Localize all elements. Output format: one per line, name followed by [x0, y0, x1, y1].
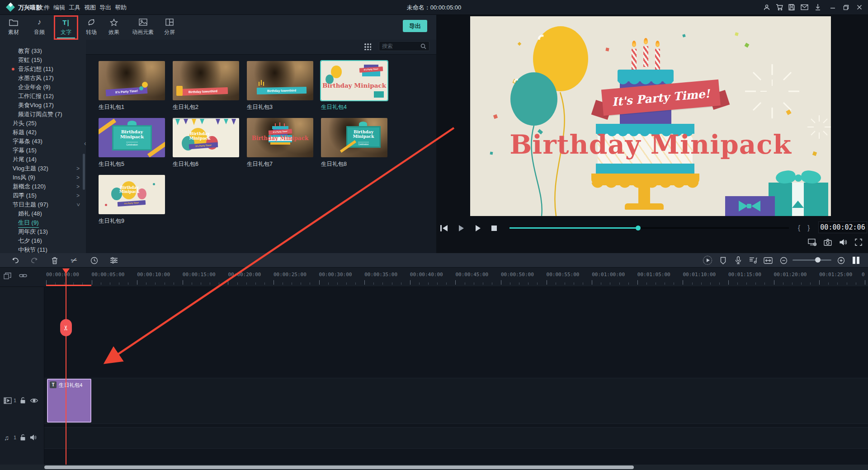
sidebar-item-21[interactable]: 周年庆 (13): [0, 227, 86, 236]
sidebar-item-1[interactable]: 教育 (33): [0, 47, 86, 56]
seek-bar[interactable]: [509, 227, 789, 229]
timeline-ruler[interactable]: 00:00:00:0000:00:05:0000:00:10:0000:00:1…: [0, 268, 868, 287]
tab-elements-image[interactable]: 动画元素: [126, 17, 160, 36]
audio-track-lane[interactable]: [0, 427, 868, 449]
manage-tracks-icon[interactable]: [4, 273, 11, 279]
seek-bar-handle[interactable]: [636, 226, 641, 230]
menu-5[interactable]: 导出: [99, 4, 111, 12]
search-box[interactable]: [379, 41, 429, 51]
sidebar-item-4[interactable]: 水墨古风 (17): [0, 74, 86, 83]
video-track-lock-icon[interactable]: [20, 397, 26, 404]
marker-icon[interactable]: [717, 255, 729, 266]
timeline-zoom-handle[interactable]: [815, 257, 821, 263]
fit-timeline-icon[interactable]: [762, 255, 774, 266]
sidebar-item-2[interactable]: 霓虹 (15): [0, 56, 86, 65]
save-icon[interactable]: [787, 3, 796, 11]
menu-2[interactable]: 编辑: [53, 4, 65, 12]
template-thumb-8[interactable]: BirthdayMinipackCelebration: [321, 118, 387, 157]
display-settings-icon[interactable]: [807, 237, 818, 247]
sidebar-item-8[interactable]: 频道订阅点赞 (7): [0, 110, 86, 119]
adjust-sliders-icon[interactable]: [108, 255, 120, 266]
menu-3[interactable]: 工具: [69, 4, 80, 12]
template-thumb-9[interactable]: BirthdayMinipackIt's Party Time!: [99, 175, 165, 214]
download-icon[interactable]: [813, 3, 822, 11]
sidebar-item-6[interactable]: 工作汇报 (12): [0, 92, 86, 101]
split-scissors-icon[interactable]: ✂: [68, 255, 80, 266]
audio-track-lock-icon[interactable]: [20, 434, 26, 441]
sidebar-item-17[interactable]: 四季 (15)>: [0, 191, 86, 200]
fullscreen-icon[interactable]: [853, 237, 864, 247]
template-thumb-5[interactable]: BirthdayMinipackCelebration: [99, 118, 165, 157]
template-thumb-7[interactable]: It's Party Time!Birthday Minipack: [247, 118, 313, 157]
template-thumb-2[interactable]: Birthday lowerthird: [173, 61, 239, 100]
sidebar-item-7[interactable]: 美食Vlog (17): [0, 101, 86, 110]
export-button[interactable]: 导出: [403, 20, 427, 32]
tab-splitscreen[interactable]: 分屏: [156, 17, 183, 36]
sidebar-item-5[interactable]: 企业年会 (9): [0, 83, 86, 92]
tab-audio-note[interactable]: ♪音频: [26, 17, 53, 36]
mark-in-out-buttons[interactable]: { }: [798, 224, 812, 231]
audio-mixer-icon[interactable]: [747, 255, 759, 266]
previous-frame-button[interactable]: [439, 224, 449, 232]
sidebar-item-22[interactable]: 七夕 (16): [0, 236, 86, 245]
sidebar-item-13[interactable]: 片尾 (14): [0, 155, 86, 164]
chevron-right-icon[interactable]: >: [76, 191, 80, 200]
template-thumb-3[interactable]: Birthday lowerthird: [247, 61, 313, 100]
sidebar-item-16[interactable]: 新概念 (120)>: [0, 182, 86, 191]
play-button[interactable]: [456, 224, 466, 232]
sidebar-item-18[interactable]: 节日主题 (97)>: [0, 200, 86, 209]
search-input[interactable]: [382, 43, 420, 49]
grid-view-icon[interactable]: [364, 43, 371, 50]
video-track-visibility-icon[interactable]: [30, 398, 38, 404]
template-thumb-6[interactable]: BirthdayMinipackIt's Party Time!: [173, 118, 239, 157]
video-track-lane[interactable]: [0, 378, 868, 424]
undo-icon[interactable]: [9, 255, 21, 266]
chevron-right-icon[interactable]: >: [76, 173, 80, 182]
sidebar-item-23[interactable]: 中秋节 (11): [0, 245, 86, 253]
chevron-right-icon[interactable]: >: [76, 164, 80, 173]
redo-icon[interactable]: [28, 255, 40, 266]
chevron-down-icon[interactable]: >: [73, 203, 82, 206]
timeline-zoom-slider[interactable]: [793, 259, 831, 261]
link-clips-icon[interactable]: [19, 273, 27, 279]
audio-track-mute-icon[interactable]: [30, 434, 37, 441]
timeline-tracks-area[interactable]: 1 ♫ 1 T 生日礼包4: [0, 287, 868, 465]
voiceover-mic-icon[interactable]: [732, 255, 744, 266]
duration-clock-icon[interactable]: [88, 255, 100, 266]
menu-1[interactable]: 文件: [38, 4, 50, 12]
zoom-in-icon[interactable]: [835, 255, 847, 266]
cart-icon[interactable]: [775, 3, 784, 11]
sidebar-item-19[interactable]: 婚礼 (48): [0, 209, 86, 218]
close-icon[interactable]: [855, 3, 864, 11]
minimize-icon[interactable]: [828, 3, 837, 11]
tab-effects-star[interactable]: 效果: [100, 17, 127, 36]
tab-media-folder[interactable]: 素材: [0, 17, 27, 36]
menu-4[interactable]: 视图: [84, 4, 96, 12]
sidebar-item-20[interactable]: 生日 (9): [0, 218, 86, 227]
menu-6[interactable]: 帮助: [115, 4, 127, 12]
snapshot-camera-icon[interactable]: [822, 237, 833, 247]
panel-layout-icon[interactable]: [850, 255, 862, 266]
sidebar-item-15[interactable]: Ins风 (9)>: [0, 173, 86, 182]
sidebar-item-10[interactable]: 标题 (42): [0, 128, 86, 137]
timeline-clip-text[interactable]: T 生日礼包4: [47, 379, 91, 423]
preview-video[interactable]: It's Party Time!: [470, 16, 831, 216]
cut-scissors-badge[interactable]: ✂: [60, 319, 72, 336]
volume-icon[interactable]: [838, 237, 849, 247]
chevron-right-icon[interactable]: >: [76, 182, 80, 191]
sidebar-item-14[interactable]: Vlog主题 (32)>: [0, 164, 86, 173]
timeline-scrollbar-thumb[interactable]: [44, 465, 634, 469]
restore-icon[interactable]: [841, 3, 850, 11]
stop-button[interactable]: [489, 224, 499, 232]
sidebar-item-3[interactable]: 音乐幻想 (11): [0, 65, 86, 74]
template-thumb-1[interactable]: It's Party Time!: [99, 61, 165, 100]
mail-icon[interactable]: [800, 3, 809, 11]
zoom-out-icon[interactable]: [778, 255, 789, 266]
tab-text-ti[interactable]: T|文字: [52, 17, 80, 36]
playhead-marker[interactable]: [62, 268, 70, 274]
sidebar-item-11[interactable]: 字幕条 (43): [0, 137, 86, 146]
render-preview-icon[interactable]: [702, 255, 713, 266]
next-frame-button[interactable]: [473, 224, 483, 232]
sidebar-item-9[interactable]: 片头 (25): [0, 119, 86, 128]
sidebar-scrollbar[interactable]: [83, 154, 85, 190]
